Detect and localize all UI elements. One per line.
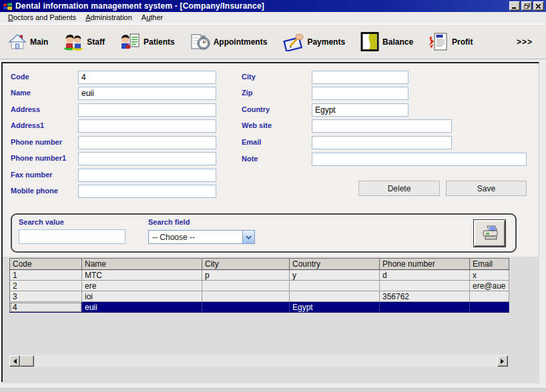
phone-number1-field[interactable] bbox=[78, 152, 216, 165]
table-row[interactable]: 2 ere ere@aue bbox=[10, 281, 509, 291]
arrow-right-icon bbox=[501, 359, 507, 364]
menu-doctors-and-patients[interactable]: Doctors and Patients bbox=[3, 13, 81, 23]
appointments-icon bbox=[190, 33, 210, 51]
cell[interactable]: ere@aue bbox=[470, 281, 509, 291]
cell[interactable]: 2 bbox=[10, 281, 82, 291]
city-field[interactable] bbox=[312, 71, 408, 84]
city-label: City bbox=[242, 73, 256, 81]
horizontal-scrollbar bbox=[9, 355, 508, 367]
phone-number-field[interactable] bbox=[78, 136, 216, 149]
toolbar: Main Staff bbox=[0, 24, 546, 59]
arrow-left-icon bbox=[11, 359, 17, 364]
toolbar-balance-button[interactable]: Balance bbox=[360, 32, 413, 51]
col-header-code[interactable]: Code bbox=[10, 259, 82, 270]
cell[interactable] bbox=[290, 281, 380, 291]
cell[interactable]: euii bbox=[82, 302, 202, 313]
phone-number1-label: Phone number1 bbox=[11, 154, 66, 162]
menu-auther[interactable]: Auther bbox=[137, 13, 168, 23]
mobile-phone-field[interactable] bbox=[78, 185, 216, 198]
col-header-phone-number[interactable]: Phone number bbox=[380, 259, 470, 270]
col-header-name[interactable]: Name bbox=[82, 259, 202, 270]
search-field-dropdown[interactable]: -- Choose -- bbox=[148, 230, 255, 244]
cell[interactable] bbox=[380, 281, 470, 291]
cell[interactable] bbox=[470, 291, 509, 302]
code-field[interactable] bbox=[78, 71, 216, 84]
scroll-right-button[interactable] bbox=[497, 355, 508, 367]
cell[interactable] bbox=[202, 291, 290, 302]
cell[interactable] bbox=[380, 302, 470, 313]
toolbar-staff-button[interactable]: Staff bbox=[63, 33, 105, 51]
chevron-down-icon[interactable] bbox=[242, 231, 254, 243]
status-bar bbox=[0, 387, 546, 392]
scroll-left-button[interactable] bbox=[9, 355, 20, 367]
country-field[interactable] bbox=[312, 103, 408, 117]
cell[interactable] bbox=[202, 302, 290, 313]
results-grid-area: Code Name City Country Phone number Emai… bbox=[3, 257, 539, 383]
restore-button[interactable] bbox=[521, 1, 532, 11]
address-field[interactable] bbox=[78, 103, 216, 117]
cell-focused[interactable]: 4 bbox=[10, 302, 82, 313]
name-label: Name bbox=[11, 89, 31, 97]
col-header-city[interactable]: City bbox=[202, 259, 290, 270]
cell[interactable]: d bbox=[380, 270, 470, 281]
menu-bar: Doctors and Patients Administration Auth… bbox=[0, 12, 546, 23]
cell[interactable]: x bbox=[470, 270, 509, 281]
toolbar-overflow-button[interactable]: >>> bbox=[517, 37, 533, 47]
cell[interactable]: Egypt bbox=[290, 302, 380, 313]
cell[interactable]: MTC bbox=[82, 270, 202, 281]
scrollbar-track[interactable] bbox=[34, 355, 497, 367]
cell[interactable]: 3 bbox=[10, 291, 82, 302]
name-field[interactable] bbox=[78, 87, 216, 100]
toolbar-profit-button[interactable]: Profit bbox=[429, 32, 473, 51]
minimize-button[interactable] bbox=[509, 1, 520, 11]
save-button[interactable]: Save bbox=[446, 181, 527, 196]
printer-icon bbox=[480, 225, 500, 242]
search-field-selected: -- Choose -- bbox=[149, 233, 242, 242]
address1-label: Address1 bbox=[11, 121, 44, 129]
toolbar-appointments-button[interactable]: Appointments bbox=[190, 33, 268, 51]
search-field-label: Search field bbox=[148, 218, 190, 226]
col-header-country[interactable]: Country bbox=[290, 259, 380, 270]
table-row[interactable]: 3 ioi 356762 bbox=[10, 291, 509, 302]
country-label: Country bbox=[242, 105, 270, 113]
cell[interactable] bbox=[290, 291, 380, 302]
cell[interactable] bbox=[470, 302, 509, 313]
fax-number-field[interactable] bbox=[78, 169, 216, 182]
cell[interactable]: p bbox=[202, 270, 290, 281]
toolbar-balance-label: Balance bbox=[382, 37, 413, 47]
balance-icon bbox=[360, 32, 379, 51]
mobile-phone-label: Mobile phone bbox=[11, 187, 58, 195]
toolbar-main-button[interactable]: Main bbox=[8, 33, 48, 51]
window-titlebar: Dental information management system - [… bbox=[0, 0, 546, 12]
address-label: Address bbox=[11, 105, 40, 113]
col-header-email[interactable]: Email bbox=[470, 259, 509, 270]
delete-button[interactable]: Delete bbox=[358, 181, 440, 196]
print-button[interactable] bbox=[474, 220, 505, 247]
cell[interactable]: y bbox=[290, 270, 380, 281]
toolbar-patients-button[interactable]: Patients bbox=[120, 33, 175, 51]
email-field[interactable] bbox=[312, 136, 452, 149]
cell[interactable] bbox=[202, 281, 290, 291]
cell[interactable]: ioi bbox=[82, 291, 202, 302]
close-button[interactable] bbox=[533, 1, 544, 11]
cell[interactable]: 1 bbox=[10, 270, 82, 281]
toolbar-appointments-label: Appointments bbox=[214, 37, 268, 47]
toolbar-payments-button[interactable]: Payments bbox=[282, 33, 345, 51]
cell[interactable]: ere bbox=[82, 281, 202, 291]
note-field[interactable] bbox=[312, 153, 527, 166]
address1-field[interactable] bbox=[78, 119, 216, 133]
table-row-selected[interactable]: 4 euii Egypt bbox=[10, 302, 509, 313]
home-icon bbox=[8, 33, 27, 51]
table-row[interactable]: 1 MTC p y d x bbox=[10, 270, 509, 281]
web-site-label: Web site bbox=[242, 121, 272, 129]
search-value-input[interactable] bbox=[19, 229, 125, 244]
menu-administration[interactable]: Administration bbox=[81, 13, 137, 23]
scrollbar-thumb[interactable] bbox=[20, 355, 34, 367]
patients-icon bbox=[120, 33, 140, 51]
profit-icon bbox=[429, 32, 449, 51]
email-label: Email bbox=[242, 138, 261, 146]
toolbar-main-label: Main bbox=[30, 37, 48, 47]
zip-field[interactable] bbox=[312, 87, 408, 100]
web-site-field[interactable] bbox=[312, 119, 452, 133]
cell[interactable]: 356762 bbox=[380, 291, 470, 302]
